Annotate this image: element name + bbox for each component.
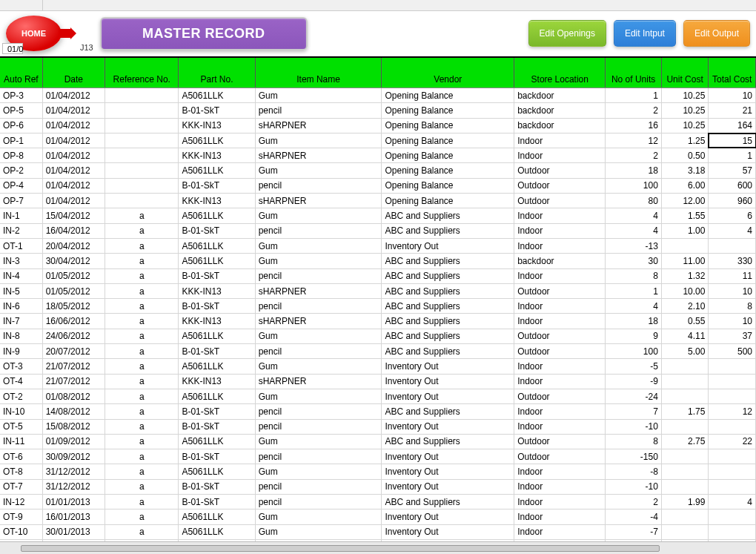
cell-refno[interactable]: [105, 88, 179, 102]
cell-total[interactable]: 22: [709, 435, 756, 449]
cell-item[interactable]: Gum: [256, 525, 382, 539]
cell-units[interactable]: 7: [606, 404, 662, 418]
cell-units[interactable]: -4: [606, 510, 662, 524]
table-row[interactable]: IN-216/04/2012aB-01-SkTpencilABC and Sup…: [0, 224, 756, 239]
cell-part[interactable]: KKK-IN13: [179, 284, 255, 298]
cell-loc[interactable]: Indoor: [514, 525, 606, 539]
cell-item[interactable]: Gum: [256, 329, 382, 343]
cell-loc[interactable]: Outdoor: [514, 194, 606, 208]
header-auto-ref[interactable]: Auto Ref: [0, 58, 43, 88]
cell-unit[interactable]: [662, 480, 709, 494]
cell-date[interactable]: 01/04/2012: [43, 179, 105, 193]
table-row[interactable]: OT-630/09/2012aB-01-SkTpencilInventory O…: [0, 449, 756, 464]
cell-item[interactable]: pencil: [256, 179, 382, 193]
cell-units[interactable]: 2: [606, 495, 662, 509]
cell-total[interactable]: [709, 449, 756, 464]
master-record-button[interactable]: MASTER RECORD: [100, 17, 308, 50]
cell-total[interactable]: [709, 389, 756, 403]
cell-date[interactable]: 21/07/2012: [43, 375, 105, 389]
cell-item[interactable]: pencil: [256, 269, 382, 283]
header-date[interactable]: Date: [43, 58, 105, 88]
cell-date[interactable]: 01/05/2012: [43, 284, 105, 298]
cell-total[interactable]: 21: [709, 103, 756, 117]
cell-loc[interactable]: Indoor: [514, 224, 606, 238]
cell-unit[interactable]: 1.75: [662, 404, 709, 418]
cell-units[interactable]: 100: [606, 344, 662, 358]
table-row[interactable]: OP-501/04/2012B-01-SkTpencilOpening Bala…: [0, 103, 756, 118]
cell-vendor[interactable]: ABC and Suppliers: [382, 329, 514, 343]
cell-total[interactable]: 960: [709, 194, 756, 208]
cell-loc[interactable]: Indoor: [514, 208, 606, 222]
cell-part[interactable]: KKK-IN13: [179, 314, 255, 328]
table-row[interactable]: OT-120/04/2012aA5061LLKGumInventory OutI…: [0, 239, 756, 254]
cell-loc[interactable]: Outdoor: [514, 449, 606, 464]
cell-part[interactable]: A5061LLK: [179, 254, 255, 268]
cell-loc[interactable]: Indoor: [514, 314, 606, 328]
cell-refno[interactable]: a: [105, 299, 179, 313]
cell-date[interactable]: 30/01/2013: [43, 525, 105, 539]
cell-date[interactable]: 16/01/2013: [43, 510, 105, 524]
cell-units[interactable]: 30: [606, 254, 662, 268]
cell-units[interactable]: 8: [606, 435, 662, 449]
cell-total[interactable]: 4: [709, 224, 756, 238]
cell-vendor[interactable]: ABC and Suppliers: [382, 344, 514, 358]
cell-part[interactable]: A5061LLK: [179, 133, 255, 148]
table-row[interactable]: IN-1014/08/2012aB-01-SkTpencilABC and Su…: [0, 404, 756, 419]
cell-date[interactable]: 30/09/2012: [43, 449, 105, 464]
cell-unit[interactable]: 3.18: [662, 163, 709, 177]
cell-vendor[interactable]: ABC and Suppliers: [382, 254, 514, 268]
cell-part[interactable]: A5061LLK: [179, 208, 255, 222]
cell-refno[interactable]: [105, 133, 179, 148]
cell-units[interactable]: 4: [606, 208, 662, 222]
cell-units[interactable]: 9: [606, 329, 662, 343]
cell-vendor[interactable]: ABC and Suppliers: [382, 495, 514, 509]
table-row[interactable]: OP-301/04/2012A5061LLKGumOpening Balance…: [0, 88, 756, 103]
cell-loc[interactable]: backdoor: [514, 103, 606, 117]
table-row[interactable]: OP-201/04/2012A5061LLKGumOpening Balance…: [0, 163, 756, 178]
cell-ref[interactable]: IN-5: [0, 284, 43, 298]
cell-vendor[interactable]: ABC and Suppliers: [382, 314, 514, 328]
cell-units[interactable]: -10: [606, 420, 662, 434]
cell-ref[interactable]: OT-10: [0, 525, 43, 539]
edit-input-button[interactable]: Edit Intput: [614, 20, 676, 47]
cell-unit[interactable]: 2.10: [662, 299, 709, 313]
cell-refno[interactable]: a: [105, 208, 179, 222]
table-row[interactable]: OT-421/07/2012aKKK-IN13sHARPNERInventory…: [0, 375, 756, 389]
cell-units[interactable]: -8: [606, 464, 662, 478]
cell-unit[interactable]: 1.55: [662, 208, 709, 222]
cell-total[interactable]: 164: [709, 119, 756, 133]
table-row[interactable]: IN-920/07/2012aB-01-SkTpencilABC and Sup…: [0, 344, 756, 359]
cell-units[interactable]: 2: [606, 103, 662, 117]
cell-date[interactable]: 15/08/2012: [43, 420, 105, 434]
header-unit-cost[interactable]: Unit Cost: [662, 58, 709, 88]
cell-units[interactable]: -24: [606, 389, 662, 403]
cell-vendor[interactable]: Inventory Out: [382, 420, 514, 434]
cell-item[interactable]: pencil: [256, 344, 382, 358]
cell-date[interactable]: 01/09/2012: [43, 435, 105, 449]
table-row[interactable]: OT-201/08/2012aA5061LLKGumInventory OutO…: [0, 389, 756, 404]
cell-part[interactable]: A5061LLK: [179, 464, 255, 478]
cell-refno[interactable]: a: [105, 464, 179, 478]
table-row[interactable]: OT-515/08/2012aB-01-SkTpencilInventory O…: [0, 420, 756, 435]
cell-date[interactable]: 31/12/2012: [43, 480, 105, 494]
cell-vendor[interactable]: Inventory Out: [382, 359, 514, 373]
cell-ref[interactable]: IN-12: [0, 495, 43, 509]
cell-ref[interactable]: IN-8: [0, 329, 43, 343]
cell-vendor[interactable]: Inventory Out: [382, 239, 514, 253]
cell-item[interactable]: pencil: [256, 420, 382, 434]
table-row[interactable]: OP-601/04/2012KKK-IN13sHARPNEROpening Ba…: [0, 119, 756, 133]
cell-refno[interactable]: a: [105, 239, 179, 253]
cell-total[interactable]: [709, 480, 756, 494]
cell-refno[interactable]: [105, 148, 179, 162]
cell-item[interactable]: sHARPNER: [256, 284, 382, 298]
cell-part[interactable]: A5061LLK: [179, 510, 255, 524]
cell-vendor[interactable]: Inventory Out: [382, 510, 514, 524]
cell-unit[interactable]: [662, 239, 709, 253]
cell-unit[interactable]: 6.00: [662, 179, 709, 193]
cell-vendor[interactable]: Inventory Out: [382, 389, 514, 403]
cell-unit[interactable]: [662, 464, 709, 478]
cell-vendor[interactable]: Opening Balance: [382, 163, 514, 177]
cell-loc[interactable]: Indoor: [514, 148, 606, 162]
cell-vendor[interactable]: Inventory Out: [382, 449, 514, 464]
cell-loc[interactable]: Indoor: [514, 510, 606, 524]
